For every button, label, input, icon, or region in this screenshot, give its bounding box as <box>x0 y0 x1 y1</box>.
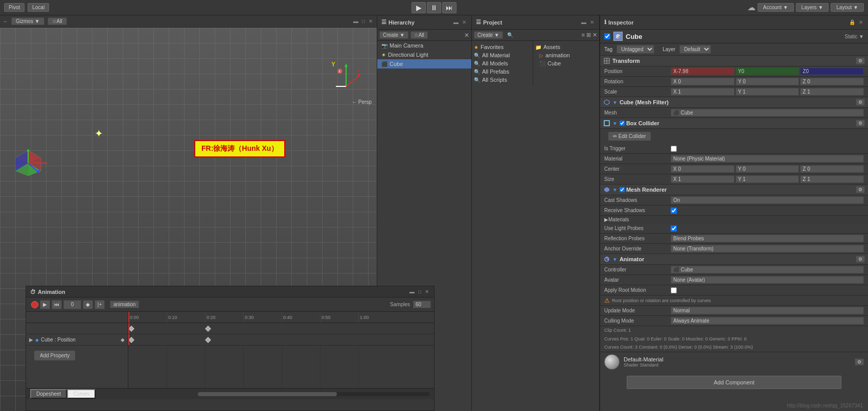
layer-select[interactable]: Default <box>679 45 711 54</box>
add-component-button[interactable]: Add Component <box>627 376 841 389</box>
center-z[interactable]: Z 0 <box>800 165 864 173</box>
object-active-checkbox[interactable] <box>604 33 610 39</box>
hierarchy-search-icon[interactable]: ✕ <box>464 32 469 39</box>
receive-shadows-checkbox[interactable] <box>671 208 677 214</box>
tag-select[interactable]: Untagged <box>616 45 654 54</box>
culling-mode-value[interactable]: Always Animate <box>671 317 864 325</box>
inspector-lock[interactable]: 🔒 <box>848 19 856 25</box>
pos-keyframe-1[interactable] <box>128 337 134 342</box>
mesh-filter-header[interactable]: ▼ Cube (Mesh Filter) ⚙ <box>600 97 868 108</box>
cast-shadows-value[interactable]: On <box>671 196 864 204</box>
material-settings-btn[interactable]: ⚙ <box>855 358 864 366</box>
favorite-all-material[interactable]: 🔍 All Material <box>472 51 533 59</box>
scene-max-button[interactable]: □ <box>361 18 366 24</box>
scale-y-field[interactable]: Y 1 <box>736 88 800 96</box>
add-property-button[interactable]: Add Property <box>34 351 75 360</box>
step-button[interactable]: ⏭ <box>442 2 456 13</box>
playhead-line[interactable] <box>128 312 129 323</box>
track-remove-icon[interactable]: ◆ <box>121 337 125 342</box>
layers-button[interactable]: Layers ▼ <box>796 3 829 12</box>
position-y-field[interactable]: Y 0 <box>736 67 800 75</box>
favorite-all-models[interactable]: 🔍 All Models <box>472 59 533 67</box>
favorite-all-prefabs[interactable]: 🔍 All Prefabs <box>472 67 533 76</box>
controller-value[interactable]: ⬛ Cube <box>671 266 864 273</box>
asset-cube[interactable]: ⬛ Cube <box>533 59 599 67</box>
bc-material-value[interactable]: None (Physic Material) <box>671 155 864 163</box>
anim-add-event-button[interactable]: |+ <box>95 300 105 309</box>
anim-frame-input[interactable] <box>63 300 81 309</box>
keyframe-diamond-1[interactable] <box>128 326 134 331</box>
anim-add-key-button[interactable]: ◆ <box>83 300 93 309</box>
scene-close-button[interactable]: ✕ <box>368 18 374 24</box>
reflection-probes-value[interactable]: Blend Probes <box>671 235 864 242</box>
anim-max-btn[interactable]: □ <box>417 289 422 294</box>
transform-header[interactable]: Transform ⚙ <box>600 56 868 66</box>
animator-settings-btn[interactable]: ⚙ <box>856 256 865 263</box>
asset-animation[interactable]: ▷ animation <box>533 51 599 59</box>
position-x-field[interactable]: X -7.98 <box>671 67 735 75</box>
box-collider-active[interactable] <box>620 121 625 126</box>
keyframe-diamond-2[interactable] <box>205 326 211 331</box>
project-list-icon[interactable]: ≡ <box>582 32 585 38</box>
dopesheet-tab[interactable]: Dopesheet <box>30 389 67 399</box>
project-close[interactable]: ✕ <box>589 19 595 25</box>
scale-z-field[interactable]: Z 1 <box>800 88 864 96</box>
pivot-button[interactable]: Pivot <box>4 3 25 12</box>
animator-header[interactable]: ▼ Animator ⚙ <box>600 254 868 265</box>
mesh-filter-settings-btn[interactable]: ⚙ <box>856 99 865 106</box>
scale-x-field[interactable]: X 1 <box>671 88 735 96</box>
track-expand-icon[interactable]: ▶ <box>29 337 33 342</box>
mesh-renderer-settings-btn[interactable]: ⚙ <box>856 186 865 193</box>
materials-section[interactable]: ▶ Materials <box>600 216 868 223</box>
assets-header[interactable]: 📁 Assets <box>533 43 599 51</box>
edit-collider-button[interactable]: ✏ Edit Collider <box>608 132 651 141</box>
hierarchy-item-main-camera[interactable]: 📷 Main Camera <box>377 41 471 50</box>
project-create-button[interactable]: Create ▼ <box>474 31 503 39</box>
rotation-z-field[interactable]: Z 0 <box>800 78 864 85</box>
curves-tab[interactable]: Curves <box>67 389 96 399</box>
hierarchy-close[interactable]: ✕ <box>461 19 467 25</box>
favorite-all-scripts[interactable]: 🔍 All Scripts <box>472 76 533 84</box>
transform-settings-btn[interactable]: ⚙ <box>856 57 865 64</box>
avatar-value[interactable]: None (Avatar) <box>671 276 864 284</box>
apply-root-motion-checkbox[interactable] <box>671 287 677 293</box>
anim-collapse-btn[interactable]: ▬ <box>408 289 416 294</box>
anim-scrollbar[interactable] <box>198 392 430 396</box>
hierarchy-all-button[interactable]: ☆All <box>410 31 428 39</box>
anim-play-button[interactable]: ▶ <box>40 300 50 309</box>
play-button[interactable]: ▶ <box>412 2 426 13</box>
mesh-value-field[interactable]: ⬛ Cube <box>671 109 864 117</box>
use-light-probes-checkbox[interactable] <box>671 225 677 232</box>
scene-collapse-button[interactable]: ▬ <box>352 18 359 24</box>
position-z-field[interactable]: Z 0 <box>800 67 864 75</box>
box-collider-header[interactable]: ▼ Box Collider ⚙ <box>600 118 868 129</box>
hierarchy-create-button[interactable]: Create ▼ <box>379 31 408 39</box>
account-button[interactable]: Account ▼ <box>758 3 794 12</box>
inspector-close[interactable]: ✕ <box>858 19 864 25</box>
samples-input[interactable] <box>413 301 431 308</box>
anchor-override-value[interactable]: None (Transform) <box>671 245 864 253</box>
project-collapse[interactable]: ▬ <box>580 19 587 25</box>
is-trigger-checkbox[interactable] <box>671 146 677 152</box>
center-x[interactable]: X 0 <box>671 165 735 173</box>
size-x[interactable]: X 1 <box>671 175 735 183</box>
hierarchy-item-cube[interactable]: ⬛ Cube <box>377 59 471 68</box>
hierarchy-item-directional-light[interactable]: ☀ Directional Light <box>377 50 471 59</box>
box-collider-settings-btn[interactable]: ⚙ <box>856 120 865 127</box>
rotation-x-field[interactable]: X 0 <box>671 78 735 85</box>
pos-keyframe-2[interactable] <box>205 337 211 342</box>
mesh-renderer-active[interactable] <box>620 187 625 192</box>
project-grid-icon[interactable]: ⊞ <box>586 32 591 38</box>
size-z[interactable]: Z 1 <box>800 175 864 183</box>
pause-button[interactable]: ⏸ <box>427 2 441 13</box>
update-mode-value[interactable]: Normal <box>671 307 864 314</box>
project-search-icon[interactable]: 🔍 <box>507 32 513 38</box>
anim-close-btn[interactable]: ✕ <box>424 289 430 294</box>
rotation-y-field[interactable]: Y 0 <box>736 78 800 85</box>
layout-button[interactable]: Layout ▼ <box>831 3 864 12</box>
static-label[interactable]: Static ▼ <box>844 34 864 39</box>
scene-all-button[interactable]: ☆All <box>48 17 67 25</box>
center-y[interactable]: Y 0 <box>736 165 800 173</box>
size-y[interactable]: Y 1 <box>736 175 800 183</box>
anim-prev-button[interactable]: ⏮ <box>52 300 62 309</box>
